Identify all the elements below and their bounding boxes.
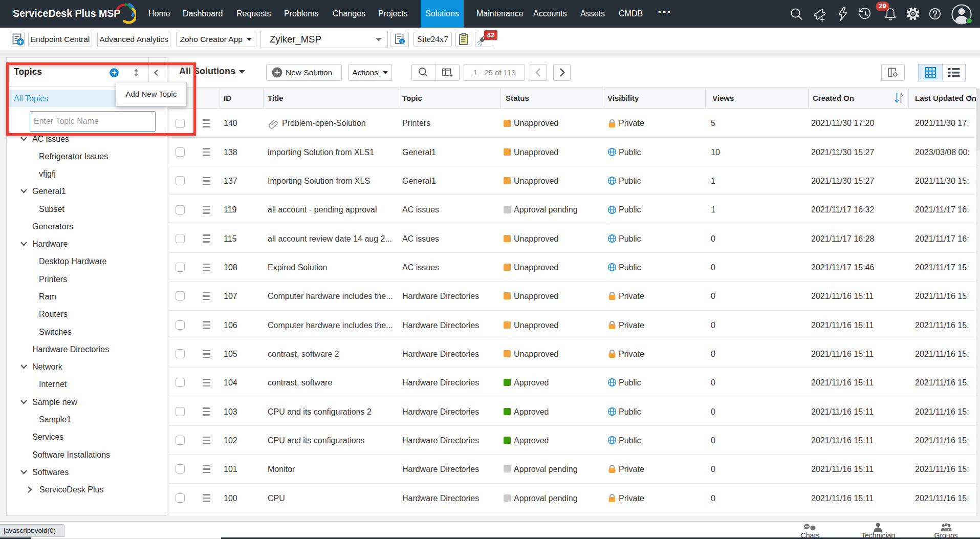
svg-text:i: i [401,39,403,45]
